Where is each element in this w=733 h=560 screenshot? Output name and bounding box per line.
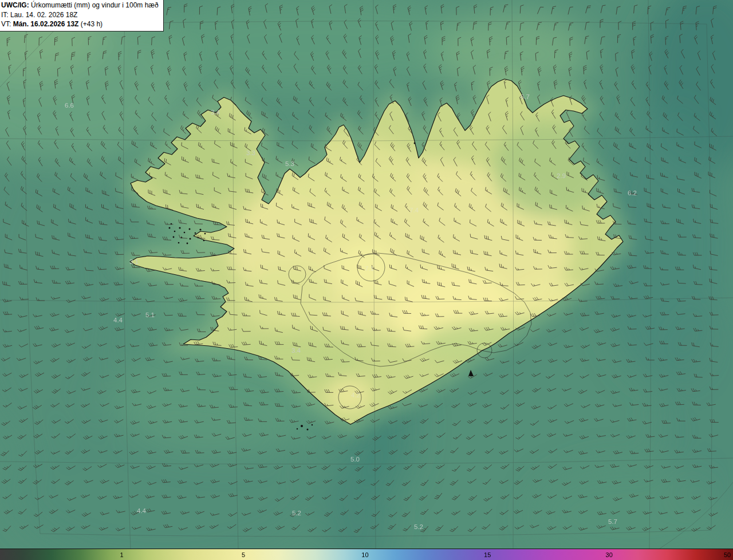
colorbar-tick-label: 30	[606, 551, 613, 558]
colorbar-tick-label: 50	[724, 551, 731, 558]
precip-label: 3.4	[211, 109, 220, 116]
valid-time-suffix: (+43 h)	[78, 20, 103, 28]
precip-label: 6.2	[628, 190, 637, 196]
colorbar-tick-label: 15	[484, 551, 491, 558]
weather-map-app: 6.63.43.35.36.72.96.27.43.17.14.45.13.44…	[0, 0, 733, 560]
map-title: Úrkomumætti (mm) og vindur i 100m hæð	[29, 1, 159, 9]
precip-label: 4.4	[113, 317, 123, 324]
precip-label: 5.0	[350, 456, 360, 463]
colorbar: 1510153050	[0, 549, 733, 560]
precip-label: 5.2	[292, 510, 301, 516]
colorbar-tick-label: 1	[120, 551, 123, 558]
colorbar-tick-label: 10	[361, 551, 368, 558]
model-name: UWC/IG:	[1, 1, 29, 9]
precip-label: 3.1	[129, 258, 139, 265]
valid-time-line: VT: Mán. 16.02.2026 13Z (+43 h)	[1, 19, 159, 29]
precip-label: 7.4	[409, 207, 419, 214]
init-time: IT: Lau. 14. 02. 2026 18Z	[1, 10, 159, 20]
title-line: UWC/IG: Úrkomumætti (mm) og vindur i 100…	[1, 1, 159, 10]
precip-label: 2.9	[557, 172, 566, 179]
precip-label: 3.4	[291, 347, 301, 354]
colorbar-tick-label: 5	[242, 551, 245, 558]
precip-label: 4.4	[137, 507, 147, 514]
precip-label: 6.6	[65, 102, 74, 109]
precip-label: 5.1	[145, 311, 155, 318]
map-title-box: UWC/IG: Úrkomumætti (mm) og vindur i 100…	[0, 0, 164, 31]
precip-label: 5.3	[285, 160, 294, 167]
precip-label: 3.3	[246, 149, 255, 156]
precip-label: 7.1	[365, 265, 374, 272]
precip-label: 6.7	[521, 93, 530, 100]
precip-label: 5.7	[608, 518, 617, 525]
precip-label: 4.2	[351, 392, 360, 399]
precip-label: 5.2	[414, 523, 423, 530]
precipitation-wind-map: 6.63.43.35.36.72.96.27.43.17.14.45.13.44…	[0, 0, 733, 549]
valid-time-prefix: VT:	[1, 20, 13, 28]
valid-time: Mán. 16.02.2026 13Z	[13, 20, 79, 28]
